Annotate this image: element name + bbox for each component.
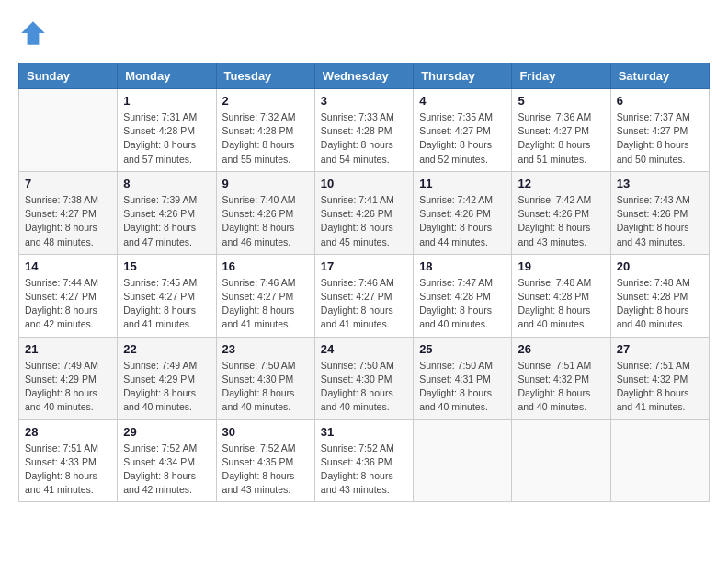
day-number: 9 xyxy=(222,177,309,190)
calendar-day-cell: 5Sunrise: 7:36 AMSunset: 4:27 PMDaylight… xyxy=(512,89,610,172)
day-number: 2 xyxy=(222,94,309,108)
day-info: Sunrise: 7:47 AMSunset: 4:28 PMDaylight:… xyxy=(419,276,506,332)
day-number: 14 xyxy=(25,259,111,273)
day-number: 19 xyxy=(518,259,604,273)
day-info: Sunrise: 7:48 AMSunset: 4:28 PMDaylight:… xyxy=(617,276,703,332)
calendar-day-cell xyxy=(610,419,709,502)
day-info: Sunrise: 7:44 AMSunset: 4:27 PMDaylight:… xyxy=(25,276,111,332)
day-info: Sunrise: 7:51 AMSunset: 4:32 PMDaylight:… xyxy=(617,359,703,415)
calendar-day-cell: 26Sunrise: 7:51 AMSunset: 4:32 PMDayligh… xyxy=(512,337,610,419)
calendar-day-cell: 17Sunrise: 7:46 AMSunset: 4:27 PMDayligh… xyxy=(314,254,413,337)
day-info: Sunrise: 7:35 AMSunset: 4:27 PMDaylight:… xyxy=(419,110,506,167)
calendar-week-row: 7Sunrise: 7:38 AMSunset: 4:27 PMDaylight… xyxy=(19,171,710,254)
svg-marker-0 xyxy=(21,21,45,45)
day-info: Sunrise: 7:42 AMSunset: 4:26 PMDaylight:… xyxy=(518,193,604,249)
day-number: 4 xyxy=(419,94,506,108)
calendar-day-cell: 3Sunrise: 7:33 AMSunset: 4:28 PMDaylight… xyxy=(314,89,413,172)
calendar-header-row: SundayMondayTuesdayWednesdayThursdayFrid… xyxy=(19,63,710,89)
day-number: 23 xyxy=(222,342,309,356)
calendar-day-cell: 28Sunrise: 7:51 AMSunset: 4:33 PMDayligh… xyxy=(19,419,118,502)
weekday-header: Wednesday xyxy=(314,63,413,89)
calendar-day-cell: 27Sunrise: 7:51 AMSunset: 4:32 PMDayligh… xyxy=(610,337,709,419)
day-number: 13 xyxy=(617,177,703,190)
day-number: 18 xyxy=(419,259,506,273)
calendar-day-cell: 30Sunrise: 7:52 AMSunset: 4:35 PMDayligh… xyxy=(216,419,314,502)
calendar-day-cell: 8Sunrise: 7:39 AMSunset: 4:26 PMDaylight… xyxy=(118,171,216,254)
calendar-week-row: 14Sunrise: 7:44 AMSunset: 4:27 PMDayligh… xyxy=(19,254,710,337)
calendar-day-cell: 7Sunrise: 7:38 AMSunset: 4:27 PMDaylight… xyxy=(19,171,118,254)
day-info: Sunrise: 7:52 AMSunset: 4:35 PMDaylight:… xyxy=(222,442,309,498)
day-number: 15 xyxy=(123,259,210,273)
calendar-day-cell: 12Sunrise: 7:42 AMSunset: 4:26 PMDayligh… xyxy=(512,171,610,254)
day-number: 31 xyxy=(321,425,407,439)
day-number: 16 xyxy=(222,259,309,273)
day-info: Sunrise: 7:33 AMSunset: 4:28 PMDaylight:… xyxy=(321,110,407,167)
day-info: Sunrise: 7:36 AMSunset: 4:27 PMDaylight:… xyxy=(518,110,604,167)
day-info: Sunrise: 7:49 AMSunset: 4:29 PMDaylight:… xyxy=(123,359,210,415)
day-info: Sunrise: 7:40 AMSunset: 4:26 PMDaylight:… xyxy=(222,193,309,249)
weekday-header: Saturday xyxy=(610,63,709,89)
day-number: 5 xyxy=(518,94,604,108)
day-number: 11 xyxy=(419,177,506,190)
day-number: 24 xyxy=(321,342,407,356)
day-info: Sunrise: 7:51 AMSunset: 4:33 PMDaylight:… xyxy=(25,442,111,498)
day-info: Sunrise: 7:45 AMSunset: 4:27 PMDaylight:… xyxy=(123,276,210,332)
day-number: 10 xyxy=(321,177,407,190)
calendar-day-cell: 10Sunrise: 7:41 AMSunset: 4:26 PMDayligh… xyxy=(314,171,413,254)
calendar-day-cell: 20Sunrise: 7:48 AMSunset: 4:28 PMDayligh… xyxy=(610,254,709,337)
calendar-day-cell: 6Sunrise: 7:37 AMSunset: 4:27 PMDaylight… xyxy=(610,89,709,172)
calendar-day-cell: 2Sunrise: 7:32 AMSunset: 4:28 PMDaylight… xyxy=(216,89,314,172)
day-number: 20 xyxy=(617,259,703,273)
day-info: Sunrise: 7:39 AMSunset: 4:26 PMDaylight:… xyxy=(123,193,210,249)
calendar-week-row: 28Sunrise: 7:51 AMSunset: 4:33 PMDayligh… xyxy=(19,419,710,502)
weekday-header: Monday xyxy=(118,63,216,89)
day-info: Sunrise: 7:32 AMSunset: 4:28 PMDaylight:… xyxy=(222,110,309,167)
day-info: Sunrise: 7:51 AMSunset: 4:32 PMDaylight:… xyxy=(518,359,604,415)
calendar-day-cell: 22Sunrise: 7:49 AMSunset: 4:29 PMDayligh… xyxy=(118,337,216,419)
weekday-header: Friday xyxy=(512,63,610,89)
day-info: Sunrise: 7:46 AMSunset: 4:27 PMDaylight:… xyxy=(222,276,309,332)
day-info: Sunrise: 7:42 AMSunset: 4:26 PMDaylight:… xyxy=(419,193,506,249)
day-number: 1 xyxy=(123,94,210,108)
day-info: Sunrise: 7:48 AMSunset: 4:28 PMDaylight:… xyxy=(518,276,604,332)
calendar-day-cell: 15Sunrise: 7:45 AMSunset: 4:27 PMDayligh… xyxy=(118,254,216,337)
calendar-day-cell xyxy=(19,89,118,172)
weekday-header: Sunday xyxy=(19,63,118,89)
calendar-day-cell: 21Sunrise: 7:49 AMSunset: 4:29 PMDayligh… xyxy=(19,337,118,419)
day-info: Sunrise: 7:46 AMSunset: 4:27 PMDaylight:… xyxy=(321,276,407,332)
calendar-day-cell: 18Sunrise: 7:47 AMSunset: 4:28 PMDayligh… xyxy=(414,254,512,337)
day-info: Sunrise: 7:52 AMSunset: 4:34 PMDaylight:… xyxy=(123,442,210,498)
calendar-day-cell xyxy=(414,419,512,502)
day-number: 12 xyxy=(518,177,604,190)
day-number: 6 xyxy=(617,94,703,108)
calendar-day-cell xyxy=(512,419,610,502)
day-number: 17 xyxy=(321,259,407,273)
day-info: Sunrise: 7:43 AMSunset: 4:26 PMDaylight:… xyxy=(617,193,703,249)
calendar-week-row: 21Sunrise: 7:49 AMSunset: 4:29 PMDayligh… xyxy=(19,337,710,419)
weekday-header: Tuesday xyxy=(216,63,314,89)
calendar-day-cell: 16Sunrise: 7:46 AMSunset: 4:27 PMDayligh… xyxy=(216,254,314,337)
logo-icon xyxy=(18,18,48,48)
calendar-day-cell: 9Sunrise: 7:40 AMSunset: 4:26 PMDaylight… xyxy=(216,171,314,254)
calendar-day-cell: 25Sunrise: 7:50 AMSunset: 4:31 PMDayligh… xyxy=(414,337,512,419)
calendar-day-cell: 14Sunrise: 7:44 AMSunset: 4:27 PMDayligh… xyxy=(19,254,118,337)
calendar-day-cell: 13Sunrise: 7:43 AMSunset: 4:26 PMDayligh… xyxy=(610,171,709,254)
calendar-day-cell: 1Sunrise: 7:31 AMSunset: 4:28 PMDaylight… xyxy=(118,89,216,172)
calendar-table: SundayMondayTuesdayWednesdayThursdayFrid… xyxy=(18,63,710,502)
calendar-day-cell: 11Sunrise: 7:42 AMSunset: 4:26 PMDayligh… xyxy=(414,171,512,254)
day-number: 22 xyxy=(123,342,210,356)
day-info: Sunrise: 7:50 AMSunset: 4:31 PMDaylight:… xyxy=(419,359,506,415)
day-number: 26 xyxy=(518,342,604,356)
calendar-day-cell: 29Sunrise: 7:52 AMSunset: 4:34 PMDayligh… xyxy=(118,419,216,502)
day-number: 29 xyxy=(123,425,210,439)
calendar-day-cell: 4Sunrise: 7:35 AMSunset: 4:27 PMDaylight… xyxy=(414,89,512,172)
day-number: 21 xyxy=(25,342,111,356)
day-number: 28 xyxy=(25,425,111,439)
day-number: 8 xyxy=(123,177,210,190)
day-info: Sunrise: 7:31 AMSunset: 4:28 PMDaylight:… xyxy=(123,110,210,167)
day-info: Sunrise: 7:37 AMSunset: 4:27 PMDaylight:… xyxy=(617,110,703,167)
day-info: Sunrise: 7:50 AMSunset: 4:30 PMDaylight:… xyxy=(321,359,407,415)
weekday-header: Thursday xyxy=(414,63,512,89)
calendar-week-row: 1Sunrise: 7:31 AMSunset: 4:28 PMDaylight… xyxy=(19,89,710,172)
day-info: Sunrise: 7:41 AMSunset: 4:26 PMDaylight:… xyxy=(321,193,407,249)
